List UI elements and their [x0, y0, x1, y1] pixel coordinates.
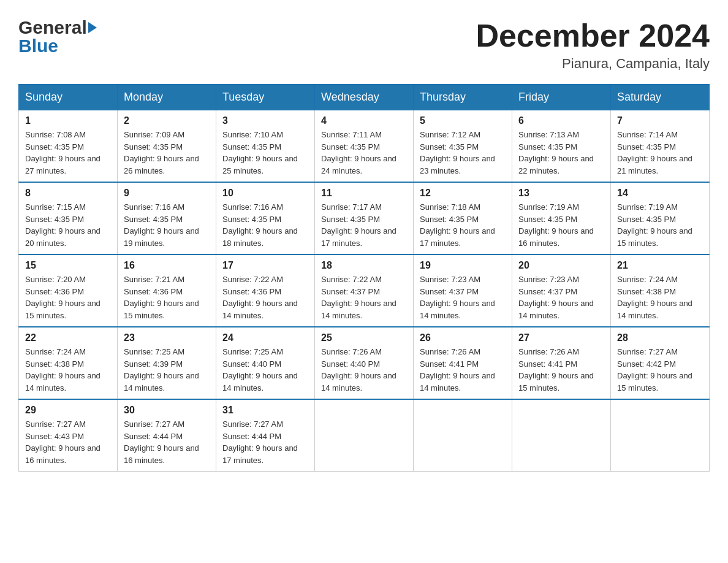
- day-number: 4: [321, 115, 407, 126]
- calendar-cell: 1Sunrise: 7:08 AMSunset: 4:35 PMDaylight…: [19, 110, 118, 183]
- calendar-cell: 25Sunrise: 7:26 AMSunset: 4:40 PMDayligh…: [315, 327, 414, 399]
- calendar-cell: 22Sunrise: 7:24 AMSunset: 4:38 PMDayligh…: [19, 327, 118, 399]
- day-info: Sunrise: 7:12 AMSunset: 4:35 PMDaylight:…: [420, 129, 506, 177]
- calendar-cell: 3Sunrise: 7:10 AMSunset: 4:35 PMDaylight…: [216, 110, 315, 183]
- calendar-cell: 14Sunrise: 7:19 AMSunset: 4:35 PMDayligh…: [611, 182, 710, 255]
- calendar-cell: 5Sunrise: 7:12 AMSunset: 4:35 PMDaylight…: [414, 110, 512, 183]
- calendar-cell: 28Sunrise: 7:27 AMSunset: 4:42 PMDayligh…: [611, 327, 710, 399]
- day-number: 26: [420, 332, 506, 343]
- day-number: 31: [222, 405, 308, 416]
- day-number: 5: [420, 115, 506, 126]
- day-number: 22: [25, 332, 111, 343]
- title-block: December 2024 Pianura, Campania, Italy: [476, 18, 710, 72]
- day-info: Sunrise: 7:26 AMSunset: 4:41 PMDaylight:…: [518, 346, 604, 394]
- calendar-cell: 10Sunrise: 7:16 AMSunset: 4:35 PMDayligh…: [216, 182, 315, 255]
- day-number: 12: [420, 188, 506, 199]
- calendar-cell: 13Sunrise: 7:19 AMSunset: 4:35 PMDayligh…: [512, 182, 611, 255]
- day-info: Sunrise: 7:19 AMSunset: 4:35 PMDaylight:…: [617, 201, 703, 249]
- day-info: Sunrise: 7:11 AMSunset: 4:35 PMDaylight:…: [321, 129, 407, 177]
- day-info: Sunrise: 7:09 AMSunset: 4:35 PMDaylight:…: [124, 129, 210, 177]
- day-number: 30: [124, 405, 210, 416]
- calendar-cell: 27Sunrise: 7:26 AMSunset: 4:41 PMDayligh…: [512, 327, 611, 399]
- day-number: 25: [321, 332, 407, 343]
- day-number: 3: [222, 115, 308, 126]
- day-number: 20: [518, 260, 604, 271]
- logo: General Blue: [18, 18, 97, 55]
- day-number: 6: [518, 115, 604, 126]
- day-number: 19: [420, 260, 506, 271]
- calendar-week-row: 22Sunrise: 7:24 AMSunset: 4:38 PMDayligh…: [19, 327, 710, 399]
- day-number: 18: [321, 260, 407, 271]
- calendar-cell: 21Sunrise: 7:24 AMSunset: 4:38 PMDayligh…: [611, 255, 710, 327]
- day-info: Sunrise: 7:14 AMSunset: 4:35 PMDaylight:…: [617, 129, 703, 177]
- logo-triangle-icon: [88, 22, 97, 33]
- calendar-cell: [414, 399, 512, 472]
- calendar-cell: 24Sunrise: 7:25 AMSunset: 4:40 PMDayligh…: [216, 327, 315, 399]
- day-number: 1: [25, 115, 111, 126]
- calendar-cell: [611, 399, 710, 472]
- day-info: Sunrise: 7:25 AMSunset: 4:40 PMDaylight:…: [222, 346, 308, 394]
- calendar-cell: 15Sunrise: 7:20 AMSunset: 4:36 PMDayligh…: [19, 255, 118, 327]
- day-number: 11: [321, 188, 407, 199]
- day-info: Sunrise: 7:26 AMSunset: 4:40 PMDaylight:…: [321, 346, 407, 394]
- day-number: 17: [222, 260, 308, 271]
- calendar-week-row: 29Sunrise: 7:27 AMSunset: 4:43 PMDayligh…: [19, 399, 710, 472]
- logo-general-text: General: [18, 18, 87, 37]
- calendar-cell: 8Sunrise: 7:15 AMSunset: 4:35 PMDaylight…: [19, 182, 118, 255]
- col-thursday: Thursday: [414, 85, 512, 110]
- calendar-cell: [315, 399, 414, 472]
- day-number: 2: [124, 115, 210, 126]
- day-number: 29: [25, 405, 111, 416]
- calendar-cell: 31Sunrise: 7:27 AMSunset: 4:44 PMDayligh…: [216, 399, 315, 472]
- day-info: Sunrise: 7:15 AMSunset: 4:35 PMDaylight:…: [25, 201, 111, 249]
- calendar-cell: 30Sunrise: 7:27 AMSunset: 4:44 PMDayligh…: [118, 399, 216, 472]
- day-info: Sunrise: 7:08 AMSunset: 4:35 PMDaylight:…: [25, 129, 111, 177]
- calendar-cell: 7Sunrise: 7:14 AMSunset: 4:35 PMDaylight…: [611, 110, 710, 183]
- day-number: 8: [25, 188, 111, 199]
- day-info: Sunrise: 7:27 AMSunset: 4:42 PMDaylight:…: [617, 346, 703, 394]
- day-number: 9: [124, 188, 210, 199]
- location-title: Pianura, Campania, Italy: [476, 56, 710, 72]
- calendar-cell: 9Sunrise: 7:16 AMSunset: 4:35 PMDaylight…: [118, 182, 216, 255]
- day-info: Sunrise: 7:17 AMSunset: 4:35 PMDaylight:…: [321, 201, 407, 249]
- calendar-cell: 26Sunrise: 7:26 AMSunset: 4:41 PMDayligh…: [414, 327, 512, 399]
- day-info: Sunrise: 7:22 AMSunset: 4:36 PMDaylight:…: [222, 274, 308, 321]
- day-info: Sunrise: 7:27 AMSunset: 4:44 PMDaylight:…: [124, 418, 210, 466]
- calendar-table: Sunday Monday Tuesday Wednesday Thursday…: [18, 84, 710, 472]
- calendar-cell: 2Sunrise: 7:09 AMSunset: 4:35 PMDaylight…: [118, 110, 216, 183]
- calendar-cell: 23Sunrise: 7:25 AMSunset: 4:39 PMDayligh…: [118, 327, 216, 399]
- month-title: December 2024: [476, 18, 710, 53]
- calendar-cell: 18Sunrise: 7:22 AMSunset: 4:37 PMDayligh…: [315, 255, 414, 327]
- col-monday: Monday: [118, 85, 216, 110]
- calendar-week-row: 8Sunrise: 7:15 AMSunset: 4:35 PMDaylight…: [19, 182, 710, 255]
- day-info: Sunrise: 7:26 AMSunset: 4:41 PMDaylight:…: [420, 346, 506, 394]
- day-info: Sunrise: 7:27 AMSunset: 4:44 PMDaylight:…: [222, 418, 308, 466]
- calendar-week-row: 15Sunrise: 7:20 AMSunset: 4:36 PMDayligh…: [19, 255, 710, 327]
- day-number: 14: [617, 188, 703, 199]
- calendar-cell: 12Sunrise: 7:18 AMSunset: 4:35 PMDayligh…: [414, 182, 512, 255]
- day-number: 13: [518, 188, 604, 199]
- calendar-cell: 4Sunrise: 7:11 AMSunset: 4:35 PMDaylight…: [315, 110, 414, 183]
- day-info: Sunrise: 7:24 AMSunset: 4:38 PMDaylight:…: [617, 274, 703, 321]
- calendar-cell: 11Sunrise: 7:17 AMSunset: 4:35 PMDayligh…: [315, 182, 414, 255]
- calendar-cell: [512, 399, 611, 472]
- calendar-week-row: 1Sunrise: 7:08 AMSunset: 4:35 PMDaylight…: [19, 110, 710, 183]
- day-number: 28: [617, 332, 703, 343]
- col-friday: Friday: [512, 85, 611, 110]
- col-tuesday: Tuesday: [216, 85, 315, 110]
- day-number: 16: [124, 260, 210, 271]
- calendar-cell: 17Sunrise: 7:22 AMSunset: 4:36 PMDayligh…: [216, 255, 315, 327]
- day-number: 10: [222, 188, 308, 199]
- calendar-cell: 6Sunrise: 7:13 AMSunset: 4:35 PMDaylight…: [512, 110, 611, 183]
- day-info: Sunrise: 7:23 AMSunset: 4:37 PMDaylight:…: [518, 274, 604, 321]
- col-wednesday: Wednesday: [315, 85, 414, 110]
- day-info: Sunrise: 7:21 AMSunset: 4:36 PMDaylight:…: [124, 274, 210, 321]
- day-info: Sunrise: 7:22 AMSunset: 4:37 PMDaylight:…: [321, 274, 407, 321]
- col-sunday: Sunday: [19, 85, 118, 110]
- page-header: General Blue December 2024 Pianura, Camp…: [18, 18, 710, 72]
- day-info: Sunrise: 7:13 AMSunset: 4:35 PMDaylight:…: [518, 129, 604, 177]
- logo-blue-text: Blue: [18, 36, 58, 56]
- day-number: 15: [25, 260, 111, 271]
- calendar-cell: 29Sunrise: 7:27 AMSunset: 4:43 PMDayligh…: [19, 399, 118, 472]
- day-info: Sunrise: 7:10 AMSunset: 4:35 PMDaylight:…: [222, 129, 308, 177]
